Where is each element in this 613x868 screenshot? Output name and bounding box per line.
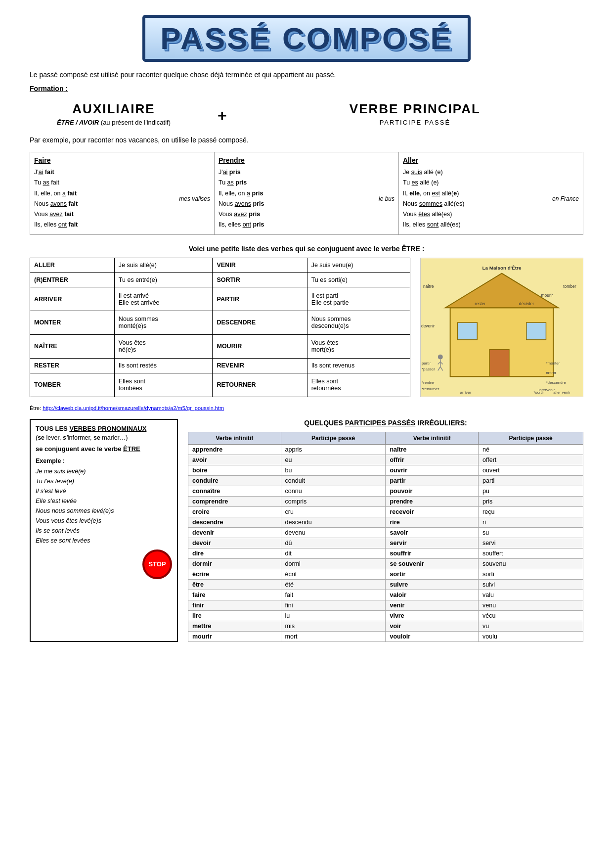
verb-aller: ALLER [30, 258, 115, 273]
exemple-line-7: Ils se sont levés [36, 526, 172, 536]
table-row: TOMBER Elles sonttombées RETOURNER Elles… [30, 373, 410, 397]
verb-col: servir [386, 538, 479, 548]
auxiliaire-section: AUXILIAIRE ÊTRE / AVOIR (au présent de l… [30, 101, 583, 126]
participe-col: dit [281, 548, 386, 558]
table-row: apprendreapprisnaîtrené [188, 444, 583, 455]
aller-table: Aller Je suis allé (e) Tu es allé (e) Il… [399, 152, 583, 234]
verb-col: avoir [188, 455, 281, 465]
participe-col: sorti [479, 569, 583, 579]
form-arriver: Il est arrivéElle est arrivée [114, 287, 213, 311]
verb-col: lire [188, 610, 281, 621]
pronominaux-box: TOUS LES VERBES PRONOMINAUX (se lever, s… [30, 419, 178, 642]
verb-col: croire [188, 506, 281, 517]
irreguliers-title: QUELQUES PARTICIPES PASSÉS IRRÉGULIERS: [188, 419, 583, 427]
form-sortir: Tu es sorti(e) [307, 273, 410, 287]
aller-2: Tu es allé (e) [403, 178, 548, 188]
irreguliers-table: Verbe infinitif Participe passé Verbe in… [188, 432, 583, 642]
stop-sign: STOP [142, 549, 172, 579]
svg-text:*descendre: *descendre [546, 380, 566, 385]
verb-col: écrire [188, 569, 281, 579]
table-row: ALLER Je suis allé(e) VENIR Je suis venu… [30, 258, 410, 273]
verb-col: souffrir [386, 548, 479, 558]
participe-col: descendu [281, 517, 386, 527]
etre-link-url[interactable]: http://claweb.cla.unipd.it/home/smazurel… [43, 405, 224, 411]
faire-table: Faire J'ai fait Tu as fait Il, elle, on … [30, 152, 215, 234]
participe-col: pris [479, 496, 583, 506]
aller-4: Nous sommes allé(es) [403, 199, 548, 209]
verb-rentrer: (R)ENTRER [30, 273, 115, 287]
form-partir: Il est partiElle est partie [307, 287, 410, 311]
etre-link-paragraph: Être: http://claweb.cla.unipd.it/home/sm… [30, 405, 583, 411]
table-row: MONTER Nous sommesmonté(e)s DESCENDRE No… [30, 311, 410, 334]
indicatif-label: (au présent de l'indicatif) [101, 119, 171, 126]
verb-col: mourir [188, 631, 281, 641]
verb-col: mettre [188, 621, 281, 631]
exemple-line-4: Elle s'est levée [36, 496, 172, 506]
table-row: NAÎTRE Vous êtesné(e)s MOURIR Vous êtesm… [30, 334, 410, 358]
stop-row: STOP [36, 549, 172, 579]
participe-col: compris [281, 496, 386, 506]
svg-text:mourir: mourir [541, 293, 553, 298]
prendre-5: Vous avez pris [219, 209, 375, 220]
participe-col: souffert [479, 548, 583, 558]
participe-col: conduit [281, 475, 386, 486]
conjugation-tables: Faire J'ai fait Tu as fait Il, elle, on … [30, 152, 583, 235]
faire-forms: J'ai fait Tu as fait Il, elle, on a fait… [34, 167, 175, 230]
etre-content: ALLER Je suis allé(e) VENIR Je suis venu… [30, 258, 583, 397]
participe-passe-label: PARTICIPE PASSÉ [247, 119, 583, 126]
table-row: avoireuoffriroffert [188, 455, 583, 465]
verb-col: recevoir [386, 506, 479, 517]
prendre-6: Ils, elles ont pris [219, 220, 375, 230]
verb-sortir: SORTIR [213, 273, 307, 287]
table-row: finirfinivenirvenu [188, 600, 583, 610]
table-row: devenirdevenusavoirsu [188, 527, 583, 538]
table-header-row: Verbe infinitif Participe passé Verbe in… [188, 432, 583, 444]
aller-object: en France [548, 167, 579, 230]
verb-descendre: DESCENDRE [213, 311, 307, 334]
verb-mourir: MOURIR [213, 334, 307, 358]
svg-text:tomber: tomber [563, 284, 576, 289]
pronominaux-title: TOUS LES VERBES PRONOMINAUX [36, 425, 172, 432]
bottom-section: TOUS LES VERBES PRONOMINAUX (se lever, s… [30, 419, 583, 642]
house-diagram-container: La Maison d'Être naître tomber devenir r… [420, 258, 583, 397]
verb-col: conduire [188, 475, 281, 486]
table-row: (R)ENTRER Tu es entré(e) SORTIR Tu es so… [30, 273, 410, 287]
svg-text:*rentrer: *rentrer [422, 380, 435, 385]
table-row: mettremisvoirvu [188, 621, 583, 631]
participe-col: fait [281, 590, 386, 600]
auxiliaire-subtitle: ÊTRE / AVOIR (au présent de l'indicatif) [30, 119, 198, 126]
verb-col: pouvoir [386, 486, 479, 496]
verb-col: vouloir [386, 631, 479, 641]
house-diagram-svg: La Maison d'Être naître tomber devenir r… [421, 258, 583, 397]
verb-col: être [188, 579, 281, 590]
table-row: descendredescendurireri [188, 517, 583, 527]
verb-col: apprendre [188, 444, 281, 455]
form-retourner: Elles sontretournées [307, 373, 410, 397]
verb-col: savoir [386, 527, 479, 538]
participe-col: mort [281, 631, 386, 641]
table-row: fairefaitvaloirvalu [188, 590, 583, 600]
participe-col: reçu [479, 506, 583, 517]
faire-inner: J'ai fait Tu as fait Il, elle, on a fait… [34, 167, 210, 230]
aller-header: Aller [403, 156, 579, 164]
participe-col: connu [281, 486, 386, 496]
prendre-forms: J'ai pris Tu as pris Il, elle, on a pris… [219, 167, 375, 230]
verb-naitre: NAÎTRE [30, 334, 115, 358]
verb-tomber: TOMBER [30, 373, 115, 397]
auxiliaire-block: AUXILIAIRE ÊTRE / AVOIR (au présent de l… [30, 101, 198, 126]
aller-5: Vous êtes allé(es) [403, 209, 548, 220]
exemple-line-3: Il s'est levé [36, 486, 172, 496]
prendre-inner: J'ai pris Tu as pris Il, elle, on a pris… [219, 167, 394, 230]
svg-text:*passer: *passer [422, 367, 435, 371]
participe-col: fini [281, 600, 386, 610]
verb-arriver: ARRIVER [30, 287, 115, 311]
svg-text:*monter: *monter [546, 361, 560, 365]
svg-text:naître: naître [423, 284, 434, 289]
verb-revenir: REVENIR [213, 358, 307, 373]
pronominaux-etre: se conjuguent avec le verbe ÊTRE [36, 445, 172, 453]
faire-3: Il, elle, on a fait [34, 188, 175, 199]
svg-text:arriver: arriver [460, 390, 472, 395]
participe-col: appris [281, 444, 386, 455]
svg-rect-3 [489, 349, 509, 376]
exemple-line-8: Elles se sont levées [36, 536, 172, 546]
